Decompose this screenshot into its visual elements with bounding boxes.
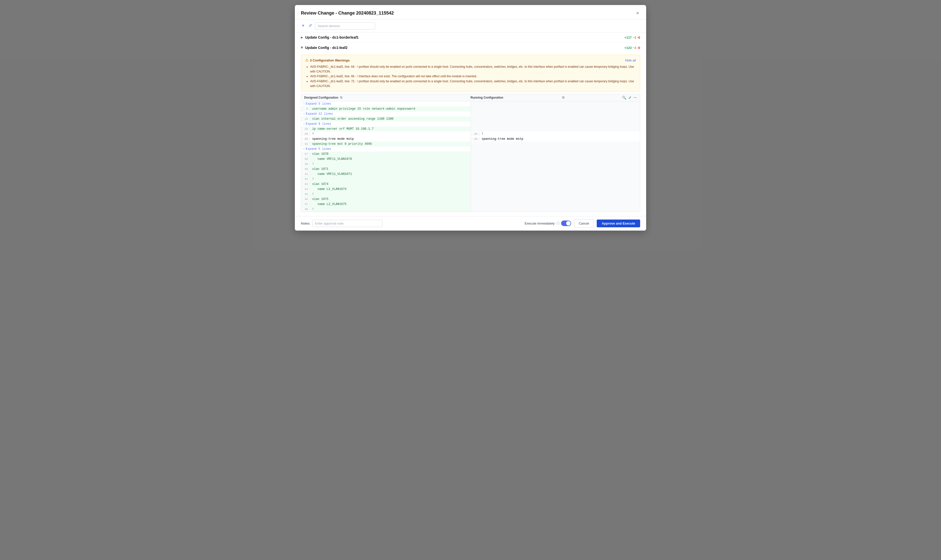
diff-line: 29!	[301, 131, 470, 137]
section-borderleaf1[interactable]: ▶ Update Config - dc1-borderleaf1 +117 ~…	[295, 32, 646, 43]
designed-pane: › Expand 5 lines6username admin privileg…	[301, 102, 471, 212]
diff-line	[471, 117, 640, 122]
footer-right: Execute immediately ⓘ Cancel Approve and…	[525, 219, 640, 228]
modal-footer: Notes: Execute immediately ⓘ Cancel Appr…	[295, 216, 646, 231]
running-pane: 25!26spanning-tree mode mstp32vrf instan…	[471, 102, 640, 212]
warning-list: AVD-FABRIC-_dc1-leaf2, line: 64 - ! port…	[305, 65, 636, 89]
diff-line	[471, 207, 640, 212]
diff-line	[471, 126, 640, 131]
section-dc1leaf2-stats: +123 ~2 -0	[624, 46, 640, 50]
section-borderleaf1-stats: +117 ~2 -0	[624, 35, 640, 39]
warning-item-3: AVD-FABRIC-_dc1-leaf2, line: 72 - ! port…	[310, 79, 636, 89]
diff-line: 26spanning-tree mode mstp	[471, 137, 640, 142]
diff-line: 37vlan 1070	[301, 152, 470, 157]
designed-config-label: Designed Configuration	[304, 96, 338, 99]
diff-line: 40vlan 1071	[301, 166, 470, 172]
diff-line: 48!	[301, 207, 470, 212]
diff-line	[471, 102, 640, 106]
review-change-modal: Review Change - Change 20240823_115542 ×…	[295, 5, 646, 231]
diff-line	[471, 166, 640, 172]
diff-line	[471, 146, 640, 152]
diff-line: 28ip name-server vrf MGMT 10.100.1.7	[301, 126, 470, 131]
diff-line	[471, 177, 640, 182]
running-config-label: Running Configuration	[470, 96, 503, 99]
execute-info-icon[interactable]: ⓘ	[556, 221, 560, 226]
diff-line	[471, 122, 640, 126]
diff-line	[471, 202, 640, 207]
modal-title: Review Change - Change 20240823_115542	[301, 11, 394, 16]
diff-line: 44 name L2_VLAN1074	[301, 187, 470, 192]
link-icon-1[interactable]	[301, 23, 306, 29]
section-dc1leaf2[interactable]: ▶ Update Config - dc1-leaf2 +123 ~2 -0	[295, 43, 646, 53]
diff-line: 19vlan internal order ascending range 11…	[301, 117, 470, 122]
warning-box: ⚠ 3 Configuration Warnings Hide all AVD-…	[301, 55, 640, 92]
diff-line	[471, 162, 640, 166]
execute-toggle[interactable]	[561, 220, 571, 226]
diff-line: 47 name L2_VLAN1075	[301, 202, 470, 207]
diff-line: 46vlan 1075	[301, 197, 470, 202]
diff-scroll[interactable]: › Expand 5 lines6username admin privileg…	[301, 102, 640, 212]
diff-line	[471, 197, 640, 202]
approve-execute-button[interactable]: Approve and Execute	[597, 220, 640, 227]
diff-line: 31spanning-tree mst 0 priority 4096	[301, 142, 470, 146]
diff-line	[471, 192, 640, 197]
expand-diff-icon[interactable]: ⤢	[628, 95, 631, 100]
running-config-copy-icon[interactable]: ⧉	[562, 95, 564, 100]
warning-item-2: AVD-FABRIC-_dc1-leaf2, line: 66 - ! Inte…	[310, 74, 636, 79]
modal-body: ▶ Update Config - dc1-borderleaf1 +117 ~…	[295, 32, 646, 216]
notes-label: Notes:	[301, 222, 311, 225]
warning-item-1: AVD-FABRIC-_dc1-leaf2, line: 64 - ! port…	[310, 65, 636, 74]
close-button[interactable]: ×	[635, 9, 640, 17]
diff-line: 6username admin privilege 15 role networ…	[301, 106, 470, 111]
section-dc1leaf2-title: Update Config - dc1-leaf2	[305, 46, 347, 50]
expand-row[interactable]: › Expand 5 lines	[301, 102, 470, 106]
warning-title-text: 3 Configuration Warnings	[310, 58, 349, 62]
diff-line	[471, 106, 640, 111]
designed-config-copy-icon[interactable]: ⧉	[340, 95, 342, 99]
modal-toolbar	[295, 20, 646, 32]
chevron-dc1leaf2: ▶	[300, 47, 304, 49]
notes-input[interactable]	[312, 220, 383, 227]
execute-immediately-label: Execute immediately ⓘ	[525, 220, 571, 226]
diff-line: 38 name VRF11_VLAN1070	[301, 157, 470, 162]
diff-line: 25!	[471, 131, 640, 137]
more-diff-icon[interactable]: ⋯	[633, 95, 637, 100]
diff-header: Designed Configuration ⧉ Running Configu…	[301, 94, 640, 102]
diff-line	[471, 152, 640, 157]
expand-row[interactable]: › Expand 12 lines	[301, 111, 470, 117]
diff-line	[471, 187, 640, 192]
diff-line: 41 name VRF11_VLAN1071	[301, 172, 470, 177]
search-devices-input[interactable]	[315, 22, 375, 29]
diff-line: 45!	[301, 192, 470, 197]
diff-line	[471, 172, 640, 177]
link-icon-2[interactable]	[308, 23, 313, 29]
diff-line: 42!	[301, 177, 470, 182]
diff-line: 43vlan 1074	[301, 182, 470, 187]
footer-left: Notes:	[301, 220, 521, 227]
search-diff-icon[interactable]: 🔍	[622, 95, 626, 100]
section-borderleaf1-title: Update Config - dc1-borderleaf1	[305, 35, 358, 39]
modal-header: Review Change - Change 20240823_115542 ×	[295, 5, 646, 20]
diff-line	[471, 182, 640, 187]
expand-row[interactable]: › Expand 5 lines	[301, 146, 470, 152]
diff-line	[471, 157, 640, 162]
toggle-knob	[566, 221, 570, 226]
warning-icon: ⚠	[305, 58, 308, 63]
diff-line: 39!	[301, 162, 470, 166]
diff-line: 30spanning-tree mode mstp	[301, 137, 470, 142]
hide-all-button[interactable]: Hide all	[625, 58, 636, 62]
diff-container: Designed Configuration ⧉ Running Configu…	[301, 94, 640, 212]
expand-row[interactable]: › Expand 8 lines	[301, 122, 470, 126]
diff-line	[471, 142, 640, 146]
chevron-borderleaf1: ▶	[301, 35, 303, 39]
cancel-button[interactable]: Cancel	[574, 219, 594, 228]
diff-line	[471, 111, 640, 117]
